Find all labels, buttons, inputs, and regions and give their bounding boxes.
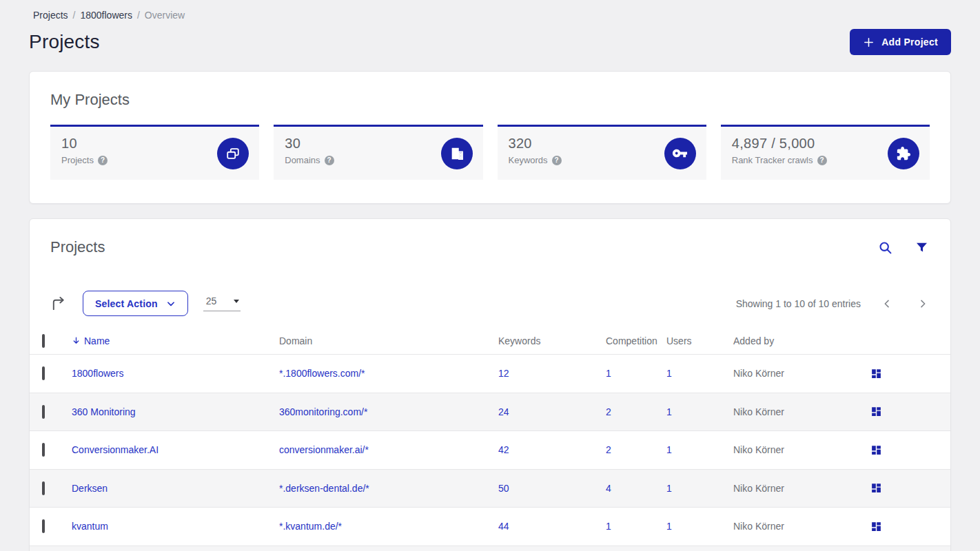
users-count-link[interactable]: 1 bbox=[666, 444, 672, 455]
keywords-count-link[interactable]: 12 bbox=[498, 368, 509, 379]
keywords-count-link[interactable]: 44 bbox=[498, 521, 509, 532]
table-row bbox=[30, 545, 950, 551]
stat-keywords: 320 Keywords ? bbox=[498, 125, 706, 180]
my-projects-card: My Projects 10 Projects ? 30 Doma bbox=[29, 71, 951, 204]
added-by-value: Niko Körner bbox=[733, 368, 870, 379]
page-size-value: 25 bbox=[206, 295, 217, 306]
table-header-row: Name Domain Keywords Competition Users A… bbox=[30, 327, 950, 354]
breadcrumb-separator: / bbox=[73, 10, 76, 21]
page-title: Projects bbox=[29, 31, 100, 53]
row-checkbox[interactable] bbox=[42, 519, 45, 533]
stat-domains-label: Domains bbox=[285, 155, 320, 165]
competition-count-link[interactable]: 1 bbox=[606, 521, 611, 532]
puzzle-icon bbox=[888, 138, 919, 169]
row-checkbox[interactable] bbox=[42, 366, 45, 380]
competition-count-link[interactable]: 2 bbox=[606, 444, 611, 455]
keywords-count-link[interactable]: 42 bbox=[498, 444, 509, 455]
bulk-arrow-icon bbox=[50, 295, 66, 311]
project-name-link[interactable]: 1800flowers bbox=[72, 368, 124, 379]
sort-desc-icon bbox=[72, 336, 81, 345]
key-icon bbox=[664, 138, 696, 169]
users-count-link[interactable]: 1 bbox=[666, 368, 672, 379]
select-action-dropdown[interactable]: Select Action bbox=[83, 291, 188, 316]
project-name-link[interactable]: 360 Monitoring bbox=[72, 406, 136, 417]
users-count-link[interactable]: 1 bbox=[666, 521, 672, 532]
help-icon[interactable]: ? bbox=[552, 156, 562, 165]
stat-crawls: 4,897 / 5,000 Rank Tracker crawls ? bbox=[721, 125, 930, 180]
select-all-checkbox[interactable] bbox=[42, 334, 45, 348]
project-domain-link[interactable]: *.1800flowers.com/* bbox=[279, 368, 365, 379]
stat-keywords-label: Keywords bbox=[509, 155, 548, 165]
breadcrumb-overview: Overview bbox=[145, 10, 185, 21]
dashboard-icon[interactable] bbox=[870, 406, 882, 417]
project-name-link[interactable]: Conversionmaker.AI bbox=[72, 444, 159, 455]
dashboard-icon[interactable] bbox=[870, 482, 882, 494]
next-page-icon[interactable] bbox=[917, 298, 928, 309]
table-body: 1800flowers *.1800flowers.com/* 12 1 1 N… bbox=[30, 354, 950, 551]
select-action-label: Select Action bbox=[95, 298, 158, 309]
project-domain-link[interactable]: *.derksen-dental.de/* bbox=[279, 483, 369, 494]
stats-row: 10 Projects ? 30 Domains ? bbox=[50, 125, 930, 180]
added-by-value: Niko Körner bbox=[733, 444, 870, 455]
column-header-users[interactable]: Users bbox=[666, 335, 733, 346]
projects-copy-icon bbox=[217, 138, 249, 169]
help-icon[interactable]: ? bbox=[325, 156, 334, 165]
added-by-value: Niko Körner bbox=[733, 406, 870, 417]
competition-count-link[interactable]: 1 bbox=[606, 368, 611, 379]
users-count-link[interactable]: 1 bbox=[666, 406, 672, 417]
table-row: Conversionmaker.AI conversionmaker.ai/* … bbox=[30, 430, 950, 469]
projects-table-card: Projects Se bbox=[29, 218, 951, 551]
users-count-link[interactable]: 1 bbox=[666, 483, 672, 494]
keywords-count-link[interactable]: 24 bbox=[498, 406, 509, 417]
breadcrumb-1800flowers[interactable]: 1800flowers bbox=[80, 10, 132, 21]
row-checkbox[interactable] bbox=[42, 443, 45, 457]
row-checkbox[interactable] bbox=[42, 405, 45, 419]
help-icon[interactable]: ? bbox=[817, 156, 827, 165]
chevron-down-icon bbox=[166, 299, 176, 309]
breadcrumb-separator: / bbox=[137, 10, 140, 21]
projects-table-title: Projects bbox=[50, 238, 105, 256]
caret-down-icon bbox=[234, 300, 239, 303]
dashboard-icon[interactable] bbox=[870, 444, 882, 456]
column-header-added-by[interactable]: Added by bbox=[733, 335, 870, 346]
column-header-name[interactable]: Name bbox=[72, 335, 279, 346]
table-row: Derksen *.derksen-dental.de/* 50 4 1 Nik… bbox=[30, 469, 950, 508]
plus-icon bbox=[863, 37, 875, 48]
table-row: kvantum *.kvantum.de/* 44 1 1 Niko Körne… bbox=[30, 507, 950, 545]
filter-icon[interactable] bbox=[915, 241, 928, 254]
project-name-link[interactable]: Derksen bbox=[72, 483, 108, 494]
my-projects-title: My Projects bbox=[50, 91, 930, 109]
added-by-value: Niko Körner bbox=[733, 521, 870, 532]
building-icon bbox=[441, 138, 473, 169]
keywords-count-link[interactable]: 50 bbox=[498, 483, 509, 494]
project-name-link[interactable]: kvantum bbox=[72, 521, 108, 532]
add-project-label: Add Project bbox=[881, 37, 938, 48]
table-row: 360 Monitoring 360monitoring.com/* 24 2 … bbox=[30, 393, 950, 431]
project-domain-link[interactable]: *.kvantum.de/* bbox=[279, 521, 342, 532]
breadcrumb-projects[interactable]: Projects bbox=[33, 10, 68, 21]
column-header-domain[interactable]: Domain bbox=[279, 335, 498, 346]
competition-count-link[interactable]: 2 bbox=[606, 406, 611, 417]
stat-domains: 30 Domains ? bbox=[274, 125, 482, 180]
added-by-value: Niko Körner bbox=[733, 483, 870, 494]
search-icon[interactable] bbox=[878, 240, 892, 255]
stat-projects-label: Projects bbox=[61, 155, 94, 165]
dashboard-icon[interactable] bbox=[870, 368, 882, 380]
row-checkbox[interactable] bbox=[42, 481, 45, 495]
dashboard-icon[interactable] bbox=[870, 521, 882, 532]
page-size-select[interactable]: 25 bbox=[203, 295, 241, 311]
help-icon[interactable]: ? bbox=[98, 156, 108, 165]
column-header-competition[interactable]: Competition bbox=[606, 335, 666, 346]
breadcrumb: Projects / 1800flowers / Overview bbox=[29, 0, 951, 21]
add-project-button[interactable]: Add Project bbox=[850, 29, 951, 55]
previous-page-icon[interactable] bbox=[881, 298, 892, 309]
stat-projects: 10 Projects ? bbox=[50, 125, 259, 180]
project-domain-link[interactable]: conversionmaker.ai/* bbox=[279, 444, 369, 455]
stat-crawls-label: Rank Tracker crawls bbox=[732, 155, 813, 165]
project-domain-link[interactable]: 360monitoring.com/* bbox=[279, 406, 367, 417]
showing-entries-text: Showing 1 to 10 of 10 entries bbox=[736, 298, 861, 309]
column-header-keywords[interactable]: Keywords bbox=[498, 335, 606, 346]
competition-count-link[interactable]: 4 bbox=[606, 483, 611, 494]
table-row: 1800flowers *.1800flowers.com/* 12 1 1 N… bbox=[30, 354, 950, 393]
